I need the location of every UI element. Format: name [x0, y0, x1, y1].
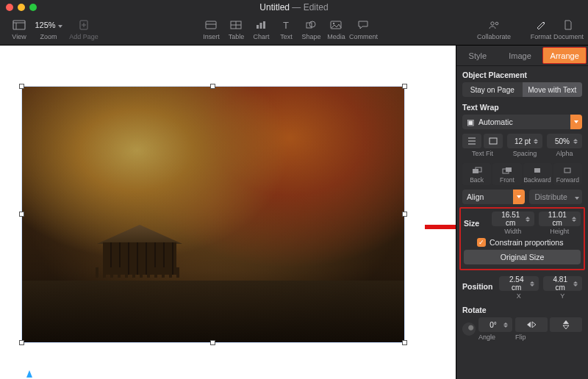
document-status: — Edited	[292, 2, 328, 12]
chevron-down-icon	[575, 192, 579, 201]
resize-handle-tm[interactable]	[210, 84, 215, 89]
constrain-proportions-checkbox[interactable]: Constrain proportions	[464, 235, 581, 250]
angle-value: 0°	[483, 321, 503, 329]
text-wrap-section: Text Wrap ▣ Automatic Text Fit 12 pt	[456, 98, 588, 159]
original-size-button[interactable]: Original Size	[464, 250, 581, 264]
svg-text:T: T	[284, 21, 290, 29]
svg-rect-27	[534, 168, 540, 173]
forward-icon	[562, 165, 573, 176]
rotate-heading: Rotate	[462, 306, 582, 314]
width-value: 16.51 cm	[496, 211, 526, 227]
spacing-value: 12 pt	[512, 137, 534, 145]
table-button[interactable]: Table	[223, 15, 248, 44]
svg-rect-12	[260, 23, 262, 29]
resize-handle-bm[interactable]	[210, 340, 215, 345]
shape-button[interactable]: Shape	[298, 15, 323, 44]
text-wrap-dropdown[interactable]: ▣ Automatic	[462, 115, 582, 129]
svg-rect-0	[13, 21, 25, 29]
inspector-tabs: Style Image Arrange	[456, 46, 588, 66]
spacing-label: Spacing	[513, 150, 537, 157]
back-icon	[472, 165, 482, 176]
document-button[interactable]: Document	[553, 15, 584, 44]
media-button[interactable]: Media	[323, 15, 348, 44]
stay-on-page-option[interactable]: Stay on Page	[462, 82, 523, 97]
document-canvas[interactable]	[0, 46, 456, 379]
text-button[interactable]: T Text	[273, 15, 298, 44]
tab-arrange[interactable]: Arrange	[542, 47, 587, 64]
svg-rect-26	[506, 167, 512, 172]
text-icon: T	[281, 18, 291, 32]
size-heading: Size	[464, 219, 487, 228]
send-to-back-button[interactable]: Back	[462, 163, 491, 185]
text-fit-tight-button[interactable]	[462, 134, 481, 148]
align-dropdown[interactable]: Align	[462, 190, 525, 204]
insert-button[interactable]: Insert	[198, 15, 223, 44]
alpha-label: Alpha	[556, 150, 573, 157]
document-icon	[564, 18, 573, 32]
insert-icon	[205, 18, 217, 32]
flip-label: Flip	[515, 333, 582, 341]
flip-horizontal-button[interactable]	[515, 317, 548, 332]
alpha-stepper[interactable]: 50%	[547, 134, 582, 148]
resize-handle-bl[interactable]	[19, 340, 24, 345]
svg-point-20	[495, 22, 498, 25]
svg-rect-11	[257, 25, 259, 29]
resize-handle-ml[interactable]	[19, 212, 24, 217]
svg-rect-13	[263, 21, 265, 29]
resize-handle-tr[interactable]	[402, 84, 407, 89]
bring-forward-button[interactable]: Forward	[553, 163, 582, 185]
chevron-down-icon	[58, 21, 62, 29]
stepper-arrows-icon	[534, 134, 541, 148]
object-placement-heading: Object Placement	[462, 71, 582, 79]
add-page-icon	[79, 18, 89, 32]
height-stepper[interactable]: 11.01 cm	[539, 212, 581, 226]
collaborate-icon	[487, 18, 501, 32]
angle-stepper[interactable]: 0°	[478, 317, 512, 332]
dropdown-caret-icon	[513, 190, 525, 204]
image-shelter	[96, 225, 184, 282]
bring-to-front-button[interactable]: Front	[492, 163, 521, 185]
view-menu-button[interactable]: View	[4, 15, 34, 44]
collaborate-button[interactable]: Collaborate	[473, 15, 515, 44]
annotation-arrow-icon	[425, 219, 456, 234]
selected-image[interactable]	[22, 87, 404, 342]
distribute-dropdown[interactable]: Distribute	[529, 190, 583, 204]
main-area: Style Image Arrange Object Placement Sta…	[0, 46, 588, 379]
rotate-dial[interactable]	[462, 322, 476, 336]
flip-vertical-button[interactable]	[550, 317, 582, 332]
position-heading: Position	[462, 282, 495, 291]
width-stepper[interactable]: 16.51 cm	[492, 212, 534, 226]
document-name: Untitled	[259, 2, 290, 12]
move-with-text-option[interactable]: Move with Text	[523, 82, 583, 97]
object-placement-section: Object Placement Stay on Page Move with …	[456, 66, 588, 98]
position-x-stepper[interactable]: 2.54 cm	[499, 276, 539, 291]
comment-button[interactable]: Comment	[348, 15, 378, 44]
position-y-stepper[interactable]: 4.81 cm	[543, 276, 583, 291]
tab-image[interactable]: Image	[499, 46, 542, 65]
position-x-value: 2.54 cm	[503, 275, 530, 292]
chart-button[interactable]: Chart	[248, 15, 273, 44]
send-backward-button[interactable]: Backward	[523, 163, 552, 185]
tab-style[interactable]: Style	[456, 46, 499, 65]
format-button[interactable]: Format	[528, 15, 553, 44]
resize-handle-tl[interactable]	[19, 84, 24, 89]
rotate-section: Rotate 0° Angle Flip	[456, 301, 588, 342]
stepper-arrows-icon	[526, 212, 533, 226]
add-page-button[interactable]: Add Page	[63, 15, 104, 44]
svg-point-16	[309, 21, 315, 27]
position-x-label: X	[517, 292, 521, 300]
height-value: 11.01 cm	[543, 211, 573, 227]
constrain-label: Constrain proportions	[490, 238, 563, 247]
media-icon	[330, 18, 342, 32]
width-label: Width	[504, 228, 521, 235]
svg-rect-22	[490, 138, 497, 144]
zoom-control[interactable]: 125% Zoom	[34, 15, 63, 44]
text-fit-rect-button[interactable]	[484, 134, 503, 148]
svg-point-18	[333, 23, 334, 24]
dropdown-caret-icon	[570, 115, 582, 129]
spacing-stepper[interactable]: 12 pt	[507, 134, 542, 148]
front-icon	[502, 165, 512, 176]
resize-handle-br[interactable]	[402, 340, 407, 345]
resize-handle-mr[interactable]	[402, 212, 407, 217]
angle-label: Angle	[478, 333, 512, 341]
